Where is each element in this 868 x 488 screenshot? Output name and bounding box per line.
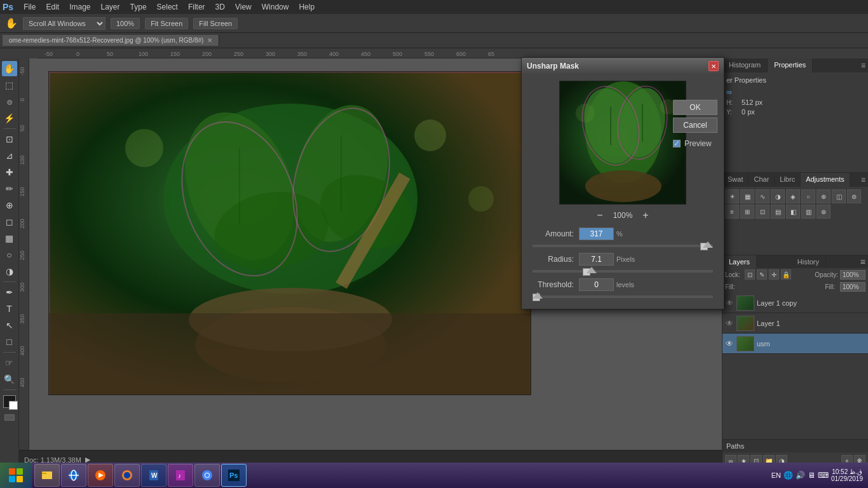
channel-adj-icon[interactable]: ≡ (725, 205, 739, 219)
mode-select[interactable]: Scroll All Windows (23, 17, 105, 30)
fit-screen-btn[interactable]: Fit Screen (145, 18, 188, 29)
clone-tool[interactable]: ⊕ (2, 198, 17, 213)
taskbar-photoshop[interactable]: Ps (221, 464, 247, 487)
wand-tool[interactable]: ⚡ (2, 111, 17, 126)
dodge-tool[interactable]: ◑ (2, 264, 17, 279)
menu-window[interactable]: Window (257, 1, 294, 13)
curves-adj-icon[interactable]: ∿ (756, 189, 770, 203)
adjustments-tab[interactable]: Adjustments (801, 173, 850, 187)
librc-tab[interactable]: Librc (775, 173, 801, 187)
menu-file[interactable]: File (18, 1, 41, 13)
zoom-in-btn[interactable]: + (642, 210, 648, 221)
dialog-preview-image[interactable] (559, 81, 686, 205)
swat-tab[interactable]: Swat (722, 173, 749, 187)
taskbar-ie[interactable] (61, 464, 86, 487)
ok-button[interactable]: OK (673, 100, 717, 115)
vibrance-adj-icon[interactable]: ◈ (786, 189, 800, 203)
opacity-input[interactable] (840, 270, 865, 280)
hand-tool[interactable]: ☞ (2, 355, 17, 370)
layer1-vis-icon[interactable]: 👁 (725, 319, 734, 328)
fill-input[interactable] (840, 282, 865, 292)
pen-tool[interactable]: ✒ (2, 285, 17, 300)
canvas-wrapper: -50 0 50 100 150 200 250 300 350 400 450 (19, 58, 868, 469)
blur-tool[interactable]: ○ (2, 247, 17, 262)
amount-slider[interactable] (532, 244, 714, 248)
posterize-adj-icon[interactable]: ▤ (771, 205, 785, 219)
invert-adj-icon[interactable]: ⊡ (756, 205, 770, 219)
path-select-tool[interactable]: ↖ (2, 318, 17, 333)
menu-3d[interactable]: 3D (210, 1, 230, 13)
layer-item-layer1copy[interactable]: 👁 Layer 1 copy (722, 293, 868, 313)
radius-slider[interactable] (532, 269, 714, 273)
crop-tool[interactable]: ⊡ (2, 132, 17, 147)
menu-type[interactable]: Type (125, 1, 152, 13)
usm-vis-icon[interactable]: 👁 (725, 339, 734, 348)
taskbar-media[interactable] (88, 464, 113, 487)
photo-adj-icon[interactable]: ⊚ (847, 189, 861, 203)
shape-tool[interactable]: □ (2, 334, 17, 349)
preview-checkbox[interactable]: ✓ (673, 140, 681, 147)
taskbar-chrome[interactable] (194, 464, 220, 487)
char-tab[interactable]: Char (749, 173, 775, 187)
zoom-out-btn[interactable]: − (597, 210, 602, 221)
amount-input[interactable]: 317 (579, 227, 614, 240)
menu-help[interactable]: Help (294, 1, 320, 13)
selective-adj-icon[interactable]: ⊛ (817, 205, 831, 219)
radius-input[interactable] (579, 253, 614, 266)
document-tab[interactable]: ome-remedies-mint-768x512-Recovered.jpg … (3, 35, 219, 46)
eyedropper-tool[interactable]: ⊿ (2, 148, 17, 163)
menu-view[interactable]: View (230, 1, 257, 13)
exposure-adj-icon[interactable]: ◑ (771, 189, 785, 203)
menu-layer[interactable]: Layer (96, 1, 125, 13)
zoom-value-btn[interactable]: 100% (111, 18, 140, 29)
taskbar-word[interactable]: W (141, 464, 166, 487)
threshold-adj-icon[interactable]: ◧ (786, 205, 800, 219)
histogram-tab[interactable]: Histogram (722, 58, 768, 72)
lock-image-icon[interactable]: ✎ (757, 269, 767, 280)
cancel-button[interactable]: Cancel (673, 118, 717, 133)
taskbar-explorer[interactable] (34, 464, 60, 487)
lasso-tool[interactable]: ⌾ (2, 94, 17, 109)
layer1copy-vis-icon[interactable]: 👁 (725, 299, 734, 308)
hue-adj-icon[interactable]: ○ (801, 189, 815, 203)
history-tab[interactable]: History (791, 255, 826, 268)
panel-menu-icon[interactable]: ≡ (858, 58, 868, 72)
layer-item-usm[interactable]: 👁 usm (722, 334, 868, 354)
gradient-tool[interactable]: ▦ (2, 231, 17, 246)
colorlook-adj-icon[interactable]: ⊞ (740, 205, 754, 219)
layers-tab[interactable]: Layers (722, 255, 757, 268)
fg-color[interactable] (3, 395, 16, 408)
layer-item-layer1[interactable]: 👁 Layer 1 (722, 313, 868, 334)
threshold-slider[interactable] (532, 295, 714, 299)
layers-panel-menu[interactable]: ≡ (860, 257, 865, 267)
text-tool[interactable]: T (2, 301, 17, 316)
levels-adj-icon[interactable]: ▦ (740, 189, 754, 203)
tab-close-icon[interactable]: ✕ (207, 37, 212, 44)
adj-panel-menu[interactable]: ≡ (858, 173, 868, 187)
move-tool[interactable]: ✋ (2, 61, 17, 76)
selection-tool[interactable]: ⬚ (2, 78, 17, 93)
lock-pixels-icon[interactable]: ⊡ (745, 269, 755, 280)
lock-position-icon[interactable]: ✛ (769, 269, 779, 280)
heal-tool[interactable]: ✚ (2, 165, 17, 180)
menu-image[interactable]: Image (64, 1, 95, 13)
zoom-tool[interactable]: 🔍 (2, 372, 17, 387)
lock-all-icon[interactable]: 🔒 (781, 269, 791, 280)
gradient-adj-icon[interactable]: ▥ (801, 205, 815, 219)
taskbar-firefox[interactable] (114, 464, 140, 487)
menu-filter[interactable]: Filter (183, 1, 210, 13)
properties-tab[interactable]: Properties (768, 58, 813, 72)
dialog-close-button[interactable]: ✕ (709, 61, 719, 71)
menu-edit[interactable]: Edit (41, 1, 64, 13)
brightness-adj-icon[interactable]: ☀ (725, 189, 739, 203)
quick-mask[interactable] (4, 414, 15, 421)
menu-select[interactable]: Select (152, 1, 183, 13)
start-button[interactable] (0, 463, 32, 488)
taskbar-music[interactable]: ♪ (168, 464, 193, 487)
threshold-input[interactable] (579, 278, 614, 291)
brush-tool[interactable]: ✏ (2, 181, 17, 196)
fill-screen-btn[interactable]: Fill Screen (193, 18, 238, 29)
colorbal-adj-icon[interactable]: ⊕ (817, 189, 831, 203)
eraser-tool[interactable]: ◻ (2, 214, 17, 229)
bw-adj-icon[interactable]: ◫ (832, 189, 846, 203)
